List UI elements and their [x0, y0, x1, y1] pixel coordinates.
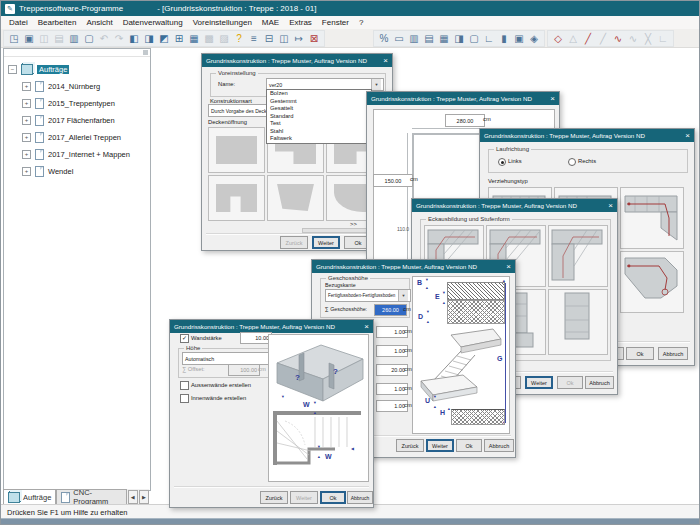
tree-item[interactable]: + 2017_Allerlei Treppen: [8, 129, 150, 146]
abbruch-button[interactable]: Abbruch: [347, 491, 373, 504]
tree-root-auftraege[interactable]: − Aufträge: [8, 61, 150, 78]
tree-item[interactable]: + 2014_Nürnberg: [8, 78, 150, 95]
opening-shape-thumb[interactable]: [208, 175, 265, 221]
tab-scroll-left-icon[interactable]: ◀: [128, 490, 138, 504]
export-window-icon[interactable]: ↦: [292, 31, 306, 45]
menu-item-ansicht[interactable]: Ansicht: [86, 18, 112, 27]
split-vertical-icon[interactable]: ◫: [277, 31, 291, 45]
collapse-icon[interactable]: −: [8, 65, 17, 74]
offset-input[interactable]: 100.00: [228, 364, 260, 376]
polygon-icon[interactable]: ◇: [551, 31, 565, 45]
copy-icon[interactable]: ◫: [37, 31, 51, 45]
dropdown-item[interactable]: Gestemmt: [267, 98, 371, 106]
close-icon[interactable]: ×: [383, 57, 388, 65]
help-icon[interactable]: ?: [232, 31, 246, 45]
dropdown-item[interactable]: Test: [267, 120, 371, 128]
window-image-icon[interactable]: ▦: [187, 31, 201, 45]
weiter-button[interactable]: Weiter: [525, 376, 553, 389]
save-icon[interactable]: ▣: [22, 31, 36, 45]
cross-icon[interactable]: ╳: [641, 31, 655, 45]
aussenwaende-checkbox[interactable]: [180, 381, 189, 390]
expand-icon[interactable]: +: [22, 99, 31, 108]
menu-item-extras[interactable]: Extras: [289, 18, 312, 27]
menu-item-voreinstellungen[interactable]: Voreinstellungen: [193, 18, 252, 27]
opening-shape-thumb[interactable]: [267, 175, 324, 221]
window-titlebar[interactable]: ✎ Treppensoftware-Programme - [Grundriss…: [1, 1, 699, 16]
eck-thumb[interactable]: [548, 289, 608, 355]
wandstaerke-checkbox[interactable]: ✓: [180, 334, 189, 343]
plan-view-icon[interactable]: ▭: [392, 31, 406, 45]
close-icon[interactable]: ×: [608, 202, 613, 210]
undo-icon[interactable]: ↶: [97, 31, 111, 45]
angle-tool-icon[interactable]: ∟: [656, 31, 670, 45]
stairs-section-icon[interactable]: ▥: [407, 31, 421, 45]
stairs-plan-icon[interactable]: ▤: [422, 31, 436, 45]
verziehung-thumb[interactable]: [620, 187, 684, 249]
line-icon[interactable]: ╱: [596, 31, 610, 45]
line-red-icon[interactable]: ╱: [581, 31, 595, 45]
abbruch-button[interactable]: Abbruch: [585, 376, 614, 389]
menu-item-fenster[interactable]: Fenster: [322, 18, 349, 27]
dropdown-item[interactable]: Stahl: [267, 128, 371, 136]
weiter-button[interactable]: Weiter: [312, 236, 340, 249]
width-input[interactable]: 280.00: [445, 114, 485, 127]
close-icon[interactable]: ×: [685, 132, 690, 140]
close-icon[interactable]: ×: [550, 95, 555, 103]
panel-pin-icon[interactable]: [143, 50, 148, 55]
dropdown-item[interactable]: Faltwerk: [267, 135, 371, 143]
innenwaende-checkbox[interactable]: [180, 394, 189, 403]
chevron-down-icon[interactable]: ▼: [398, 290, 408, 301]
expand-icon[interactable]: +: [22, 82, 31, 91]
window-form-icon[interactable]: ◩: [157, 31, 171, 45]
menu-item-mae[interactable]: MAE: [262, 18, 279, 27]
radio-links[interactable]: [498, 158, 506, 166]
dialog-titlebar[interactable]: Grundrisskonstruktion : Treppe Muster, A…: [312, 260, 515, 273]
zurueck-button[interactable]: Zurück: [396, 439, 424, 452]
opening-shape-thumb[interactable]: [208, 127, 265, 173]
expand-icon[interactable]: +: [22, 116, 31, 125]
dropdown-item[interactable]: Bolzen: [267, 90, 371, 98]
render-3d-icon[interactable]: ▣: [512, 31, 526, 45]
expand-icon[interactable]: +: [22, 133, 31, 142]
menu-item-datei[interactable]: Datei: [9, 18, 28, 27]
platform-icon[interactable]: ▢: [467, 31, 481, 45]
menu-item-datenverwaltung[interactable]: Datenverwaltung: [123, 18, 183, 27]
verziehung-thumb[interactable]: [620, 251, 684, 313]
tab-auftraege[interactable]: Aufträge: [3, 489, 56, 504]
redo-icon[interactable]: ↷: [112, 31, 126, 45]
window-cascade-icon[interactable]: ◧: [127, 31, 141, 45]
dialog-titlebar[interactable]: Grundrisskonstruktion : Treppe Muster, A…: [480, 129, 694, 142]
zurueck-button[interactable]: Zurück: [280, 236, 308, 249]
window-tile-icon[interactable]: ◨: [142, 31, 156, 45]
polyline-red-icon[interactable]: ∿: [611, 31, 625, 45]
weiter-button[interactable]: Weiter: [290, 491, 318, 504]
dialog-titlebar[interactable]: Grundrisskonstruktion : Treppe Muster, A…: [367, 92, 559, 105]
polyline-icon[interactable]: ∿: [626, 31, 640, 45]
close-icon[interactable]: ×: [506, 263, 511, 271]
stairs-side-icon[interactable]: ◨: [452, 31, 466, 45]
expand-icon[interactable]: +: [22, 150, 31, 159]
tree-item[interactable]: + 2015_Treppentypen: [8, 95, 150, 112]
ok-button[interactable]: Ok: [557, 376, 583, 389]
window-b-icon[interactable]: ▨: [217, 31, 231, 45]
dropdown-item[interactable]: Gesattelt: [267, 105, 371, 113]
dialog-titlebar[interactable]: Grundrisskonstruktion : Treppe Muster, A…: [202, 54, 392, 67]
dropdown-item[interactable]: Standard: [267, 113, 371, 121]
window-a-icon[interactable]: ▩: [202, 31, 216, 45]
split-horizontal-icon[interactable]: ⊟: [262, 31, 276, 45]
tree-item[interactable]: + 2017_Internet + Mappen: [8, 146, 150, 163]
tree-item[interactable]: + 2017 Flächenfarben: [8, 112, 150, 129]
print-icon[interactable]: ▥: [67, 31, 81, 45]
close-icon[interactable]: ×: [364, 323, 369, 331]
open-icon[interactable]: ◳: [7, 31, 21, 45]
expand-icon[interactable]: +: [22, 167, 31, 176]
radio-rechts[interactable]: [568, 158, 576, 166]
menu-item-hilfe[interactable]: ?: [359, 18, 363, 27]
tab-scroll-right-icon[interactable]: ▶: [139, 490, 149, 504]
tree-view-icon[interactable]: ≡: [247, 31, 261, 45]
ok-button[interactable]: Ok: [626, 347, 654, 360]
triangle-icon[interactable]: △: [566, 31, 580, 45]
zurueck-button[interactable]: Zurück: [260, 491, 288, 504]
measure-icon[interactable]: %: [377, 31, 391, 45]
window-grid-icon[interactable]: ⊞: [172, 31, 186, 45]
